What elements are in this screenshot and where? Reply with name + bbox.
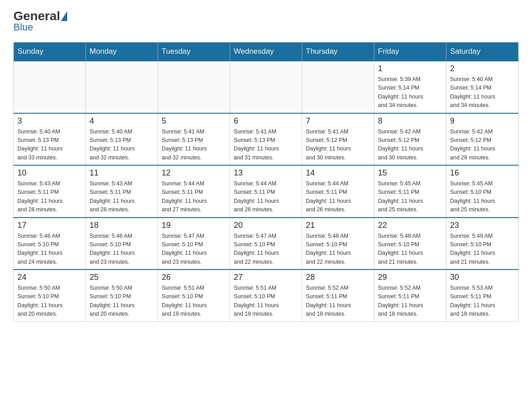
calendar-cell-1-2: 5Sunrise: 5:41 AMSunset: 5:13 PMDaylight… — [158, 113, 230, 166]
calendar-cell-3-6: 23Sunrise: 5:49 AMSunset: 5:10 PMDayligh… — [446, 218, 519, 270]
day-number: 27 — [234, 273, 298, 282]
day-number: 4 — [90, 116, 154, 126]
day-info: Sunrise: 5:41 AMSunset: 5:13 PMDaylight:… — [234, 128, 298, 163]
day-number: 9 — [450, 116, 515, 126]
day-number: 5 — [162, 116, 226, 126]
weekday-header-sunday: Sunday — [14, 43, 86, 61]
day-number: 17 — [17, 221, 82, 230]
weekday-header-tuesday: Tuesday — [158, 43, 230, 61]
weekday-header-wednesday: Wednesday — [230, 43, 302, 61]
calendar-cell-4-6: 30Sunrise: 5:53 AMSunset: 5:11 PMDayligh… — [446, 270, 519, 321]
day-info: Sunrise: 5:47 AMSunset: 5:10 PMDaylight:… — [234, 232, 298, 267]
day-info: Sunrise: 5:44 AMSunset: 5:11 PMDaylight:… — [306, 180, 370, 214]
day-info: Sunrise: 5:48 AMSunset: 5:10 PMDaylight:… — [378, 232, 442, 267]
logo: General Blue — [13, 9, 68, 33]
day-info: Sunrise: 5:40 AMSunset: 5:13 PMDaylight:… — [17, 128, 82, 163]
weekday-header-monday: Monday — [86, 43, 158, 61]
calendar-cell-2-2: 12Sunrise: 5:44 AMSunset: 5:11 PMDayligh… — [158, 165, 230, 218]
day-number: 23 — [450, 221, 515, 230]
calendar-cell-1-5: 8Sunrise: 5:42 AMSunset: 5:12 PMDaylight… — [374, 113, 446, 166]
day-number: 26 — [162, 273, 226, 282]
day-number: 3 — [17, 116, 82, 126]
day-number: 28 — [306, 273, 370, 282]
day-number: 22 — [378, 221, 442, 230]
calendar-cell-2-3: 13Sunrise: 5:44 AMSunset: 5:11 PMDayligh… — [230, 165, 302, 218]
calendar-cell-3-5: 22Sunrise: 5:48 AMSunset: 5:10 PMDayligh… — [374, 218, 446, 270]
week-row-5: 24Sunrise: 5:50 AMSunset: 5:10 PMDayligh… — [14, 270, 519, 321]
day-number: 18 — [90, 221, 154, 230]
calendar-cell-3-0: 17Sunrise: 5:46 AMSunset: 5:10 PMDayligh… — [14, 218, 86, 270]
week-row-3: 10Sunrise: 5:43 AMSunset: 5:11 PMDayligh… — [14, 165, 519, 218]
calendar-cell-1-3: 6Sunrise: 5:41 AMSunset: 5:13 PMDaylight… — [230, 113, 302, 166]
day-info: Sunrise: 5:51 AMSunset: 5:10 PMDaylight:… — [234, 284, 298, 319]
day-number: 2 — [450, 64, 515, 73]
day-info: Sunrise: 5:52 AMSunset: 5:11 PMDaylight:… — [306, 284, 370, 319]
day-info: Sunrise: 5:39 AMSunset: 5:14 PMDaylight:… — [378, 75, 442, 110]
logo-blue-text: Blue — [13, 21, 33, 33]
calendar-cell-4-3: 27Sunrise: 5:51 AMSunset: 5:10 PMDayligh… — [230, 270, 302, 321]
day-info: Sunrise: 5:42 AMSunset: 5:12 PMDaylight:… — [378, 128, 442, 163]
day-number: 7 — [306, 116, 370, 126]
day-info: Sunrise: 5:41 AMSunset: 5:12 PMDaylight:… — [306, 128, 370, 163]
day-number: 15 — [378, 168, 442, 178]
day-info: Sunrise: 5:43 AMSunset: 5:11 PMDaylight:… — [17, 180, 82, 214]
day-info: Sunrise: 5:44 AMSunset: 5:11 PMDaylight:… — [234, 180, 298, 214]
calendar-cell-1-6: 9Sunrise: 5:42 AMSunset: 5:12 PMDaylight… — [446, 113, 519, 166]
calendar-cell-2-5: 15Sunrise: 5:45 AMSunset: 5:11 PMDayligh… — [374, 165, 446, 218]
week-row-4: 17Sunrise: 5:46 AMSunset: 5:10 PMDayligh… — [14, 218, 519, 270]
calendar-cell-0-1 — [86, 61, 158, 113]
day-number: 10 — [17, 168, 82, 178]
logo-triangle-icon — [61, 11, 67, 21]
weekday-header-row: SundayMondayTuesdayWednesdayThursdayFrid… — [14, 43, 519, 61]
week-row-1: 1Sunrise: 5:39 AMSunset: 5:14 PMDaylight… — [14, 61, 519, 113]
weekday-header-friday: Friday — [374, 43, 446, 61]
page-header: General Blue — [13, 9, 519, 33]
day-info: Sunrise: 5:47 AMSunset: 5:10 PMDaylight:… — [162, 232, 226, 267]
day-info: Sunrise: 5:40 AMSunset: 5:13 PMDaylight:… — [90, 128, 154, 163]
calendar-cell-0-5: 1Sunrise: 5:39 AMSunset: 5:14 PMDaylight… — [374, 61, 446, 113]
day-info: Sunrise: 5:46 AMSunset: 5:10 PMDaylight:… — [17, 232, 82, 267]
day-info: Sunrise: 5:40 AMSunset: 5:14 PMDaylight:… — [450, 75, 515, 110]
calendar-cell-0-0 — [14, 61, 86, 113]
day-info: Sunrise: 5:50 AMSunset: 5:10 PMDaylight:… — [90, 284, 154, 319]
calendar-cell-3-4: 21Sunrise: 5:48 AMSunset: 5:10 PMDayligh… — [302, 218, 374, 270]
day-info: Sunrise: 5:43 AMSunset: 5:11 PMDaylight:… — [90, 180, 154, 214]
day-number: 19 — [162, 221, 226, 230]
day-info: Sunrise: 5:50 AMSunset: 5:10 PMDaylight:… — [17, 284, 82, 319]
calendar-cell-3-1: 18Sunrise: 5:46 AMSunset: 5:10 PMDayligh… — [86, 218, 158, 270]
day-info: Sunrise: 5:53 AMSunset: 5:11 PMDaylight:… — [450, 284, 515, 319]
calendar-cell-3-2: 19Sunrise: 5:47 AMSunset: 5:10 PMDayligh… — [158, 218, 230, 270]
weekday-header-saturday: Saturday — [446, 43, 519, 61]
day-number: 13 — [234, 168, 298, 178]
day-number: 12 — [162, 168, 226, 178]
day-number: 20 — [234, 221, 298, 230]
day-number: 21 — [306, 221, 370, 230]
day-info: Sunrise: 5:44 AMSunset: 5:11 PMDaylight:… — [162, 180, 226, 214]
calendar-cell-2-0: 10Sunrise: 5:43 AMSunset: 5:11 PMDayligh… — [14, 165, 86, 218]
day-number: 16 — [450, 168, 515, 178]
day-info: Sunrise: 5:46 AMSunset: 5:10 PMDaylight:… — [90, 232, 154, 267]
day-info: Sunrise: 5:45 AMSunset: 5:11 PMDaylight:… — [378, 180, 442, 214]
calendar-cell-2-1: 11Sunrise: 5:43 AMSunset: 5:11 PMDayligh… — [86, 165, 158, 218]
day-number: 29 — [378, 273, 442, 282]
day-number: 24 — [17, 273, 82, 282]
calendar-cell-4-2: 26Sunrise: 5:51 AMSunset: 5:10 PMDayligh… — [158, 270, 230, 321]
day-number: 30 — [450, 273, 515, 282]
calendar-cell-1-1: 4Sunrise: 5:40 AMSunset: 5:13 PMDaylight… — [86, 113, 158, 166]
day-number: 14 — [306, 168, 370, 178]
calendar-cell-2-4: 14Sunrise: 5:44 AMSunset: 5:11 PMDayligh… — [302, 165, 374, 218]
calendar-table: SundayMondayTuesdayWednesdayThursdayFrid… — [13, 42, 519, 322]
calendar-cell-4-5: 29Sunrise: 5:52 AMSunset: 5:11 PMDayligh… — [374, 270, 446, 321]
day-info: Sunrise: 5:52 AMSunset: 5:11 PMDaylight:… — [378, 284, 442, 319]
day-info: Sunrise: 5:41 AMSunset: 5:13 PMDaylight:… — [162, 128, 226, 163]
day-number: 25 — [90, 273, 154, 282]
day-info: Sunrise: 5:45 AMSunset: 5:10 PMDaylight:… — [450, 180, 515, 214]
calendar-cell-0-3 — [230, 61, 302, 113]
week-row-2: 3Sunrise: 5:40 AMSunset: 5:13 PMDaylight… — [14, 113, 519, 166]
calendar-cell-4-4: 28Sunrise: 5:52 AMSunset: 5:11 PMDayligh… — [302, 270, 374, 321]
calendar-cell-0-2 — [158, 61, 230, 113]
calendar-cell-0-4 — [302, 61, 374, 113]
day-number: 11 — [90, 168, 154, 178]
calendar-cell-4-1: 25Sunrise: 5:50 AMSunset: 5:10 PMDayligh… — [86, 270, 158, 321]
weekday-header-thursday: Thursday — [302, 43, 374, 61]
